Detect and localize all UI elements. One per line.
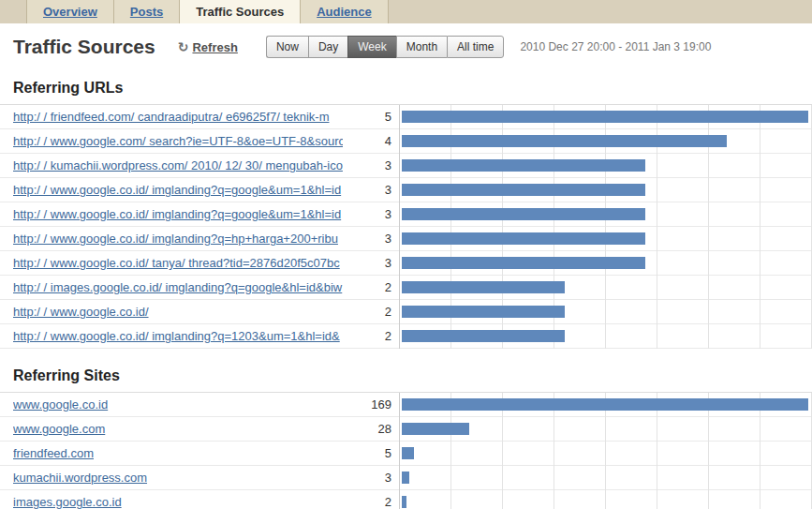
referrer-link[interactable]: http:/ / friendfeed.com/ candraadiputra/… <box>13 110 343 124</box>
table-row: www.google.com28 <box>0 417 812 442</box>
bar <box>402 184 645 196</box>
referrer-count: 28 <box>343 422 391 436</box>
table-row: http:/ / images.google.co.id/ imglanding… <box>0 276 812 300</box>
bar <box>402 257 645 269</box>
referrer-count: 2 <box>343 329 391 343</box>
stats-tabbar: Overview Posts Traffic Sources Audience <box>0 0 812 23</box>
bar-chart-cell <box>399 300 812 324</box>
date-range-label: 2010 Dec 27 20:00 - 2011 Jan 3 19:00 <box>520 40 711 53</box>
table-row: http:/ / www.google.co.id/ tanya/ thread… <box>0 251 812 276</box>
referrer-link[interactable]: images.google.co.id <box>13 495 343 509</box>
tab-audience-label: Audience <box>317 5 372 19</box>
referrer-count: 2 <box>343 495 391 509</box>
referring-sites-heading: Referring Sites <box>13 367 812 384</box>
table-row: http:/ / kumachii.wordpress.com/ 2010/ 1… <box>0 154 812 178</box>
referrer-link[interactable]: http:/ / www.google.co.id/ imglanding?q=… <box>13 183 343 197</box>
bar-chart-cell <box>399 393 812 417</box>
time-button-now[interactable]: Now <box>266 36 308 58</box>
bar-chart-cell <box>399 417 812 442</box>
referrer-link[interactable]: http:/ / kumachii.wordpress.com/ 2010/ 1… <box>13 158 343 172</box>
referrer-count: 3 <box>343 207 391 221</box>
bar <box>402 281 565 293</box>
referrer-count: 3 <box>343 232 391 246</box>
referrer-count: 169 <box>343 397 391 412</box>
referrer-link[interactable]: http:/ / www.google.co.id/ <box>13 305 343 319</box>
bar <box>402 398 808 411</box>
bar <box>402 208 645 220</box>
referrer-count: 4 <box>343 134 391 148</box>
time-button-month[interactable]: Month <box>396 36 447 58</box>
referrer-link[interactable]: http:/ / www.google.com/ search?ie=UTF-8… <box>13 134 343 148</box>
tab-posts-label: Posts <box>130 5 163 19</box>
table-row: www.google.co.id169 <box>0 393 812 417</box>
table-row: images.google.co.id2 <box>0 490 812 509</box>
table-row: http:/ / www.google.co.id/ imglanding?q=… <box>0 227 812 251</box>
referrer-link[interactable]: www.google.co.id <box>13 397 343 412</box>
bar-chart-cell <box>399 178 812 202</box>
bar-chart-cell <box>399 227 812 251</box>
bar <box>402 423 469 435</box>
bar-chart-cell <box>399 442 812 466</box>
page-header: Traffic Sources ↻ Refresh Now Day Week M… <box>0 23 812 67</box>
refresh-button[interactable]: ↻ Refresh <box>178 40 238 54</box>
bar-chart-cell <box>399 276 812 300</box>
referrer-count: 5 <box>343 446 391 460</box>
bar-chart-cell <box>399 324 812 349</box>
bar <box>402 330 565 342</box>
tab-overview-label: Overview <box>43 5 97 19</box>
table-row: http:/ / www.google.co.id/ imglanding?q=… <box>0 324 812 349</box>
bar-chart-cell <box>399 490 812 509</box>
referrer-count: 2 <box>343 280 391 294</box>
refresh-label: Refresh <box>192 40 237 54</box>
referring-urls-section: Referring URLs http:/ / friendfeed.com/ … <box>0 80 812 349</box>
table-row: friendfeed.com5 <box>0 442 812 466</box>
referrer-count: 3 <box>343 471 391 485</box>
time-button-alltime[interactable]: All time <box>447 36 504 58</box>
time-button-day[interactable]: Day <box>308 36 347 58</box>
bar-chart-cell <box>399 251 812 276</box>
referrer-count: 2 <box>343 305 391 319</box>
referrer-link[interactable]: friendfeed.com <box>13 446 343 460</box>
bar <box>402 111 808 123</box>
referrer-link[interactable]: http:/ / www.google.co.id/ imglanding?q=… <box>13 329 343 343</box>
referrer-link[interactable]: www.google.com <box>13 422 343 436</box>
tab-overview[interactable]: Overview <box>26 0 114 23</box>
bar <box>402 496 406 508</box>
bar <box>402 472 409 484</box>
bar-chart-cell <box>399 202 812 227</box>
table-row: kumachii.wordpress.com3 <box>0 466 812 490</box>
bar <box>402 159 645 172</box>
referrer-count: 3 <box>343 183 391 197</box>
table-row: http:/ / www.google.co.id/ imglanding?q=… <box>0 202 812 227</box>
table-row: http:/ / www.google.com/ search?ie=UTF-8… <box>0 129 812 154</box>
time-button-week[interactable]: Week <box>347 36 395 58</box>
referrer-link[interactable]: http:/ / images.google.co.id/ imglanding… <box>13 280 343 294</box>
tab-posts[interactable]: Posts <box>114 0 180 23</box>
page-title: Traffic Sources <box>13 36 155 58</box>
referring-sites-section: Referring Sites www.google.co.id169www.g… <box>0 367 812 509</box>
table-row: http:/ / www.google.co.id/ imglanding?q=… <box>0 178 812 202</box>
table-row: http:/ / friendfeed.com/ candraadiputra/… <box>0 105 812 129</box>
bar-chart-cell <box>399 129 812 154</box>
tab-traffic-sources[interactable]: Traffic Sources <box>180 0 301 23</box>
bar-chart-cell <box>399 105 812 129</box>
referring-urls-heading: Referring URLs <box>13 80 812 97</box>
referrer-count: 5 <box>343 110 391 124</box>
referrer-count: 3 <box>343 158 391 172</box>
referring-sites-table: www.google.co.id169www.google.com28frien… <box>0 392 812 509</box>
referrer-link[interactable]: kumachii.wordpress.com <box>13 471 343 485</box>
referrer-link[interactable]: http:/ / www.google.co.id/ tanya/ thread… <box>13 256 343 270</box>
bar <box>402 306 565 318</box>
bar-chart-cell <box>399 154 812 178</box>
tab-traffic-sources-label: Traffic Sources <box>196 5 284 19</box>
time-range-button-group: Now Day Week Month All time <box>266 36 505 58</box>
referrer-link[interactable]: http:/ / www.google.co.id/ imglanding?q=… <box>13 232 343 246</box>
tab-audience[interactable]: Audience <box>301 0 389 23</box>
referrer-link[interactable]: http:/ / www.google.co.id/ imglanding?q=… <box>13 207 343 221</box>
bar <box>402 447 414 459</box>
referrer-count: 3 <box>343 256 391 270</box>
bar <box>402 232 645 245</box>
refresh-icon: ↻ <box>178 40 189 53</box>
bar-chart-cell <box>399 466 812 490</box>
table-row: http:/ / www.google.co.id/2 <box>0 300 812 324</box>
